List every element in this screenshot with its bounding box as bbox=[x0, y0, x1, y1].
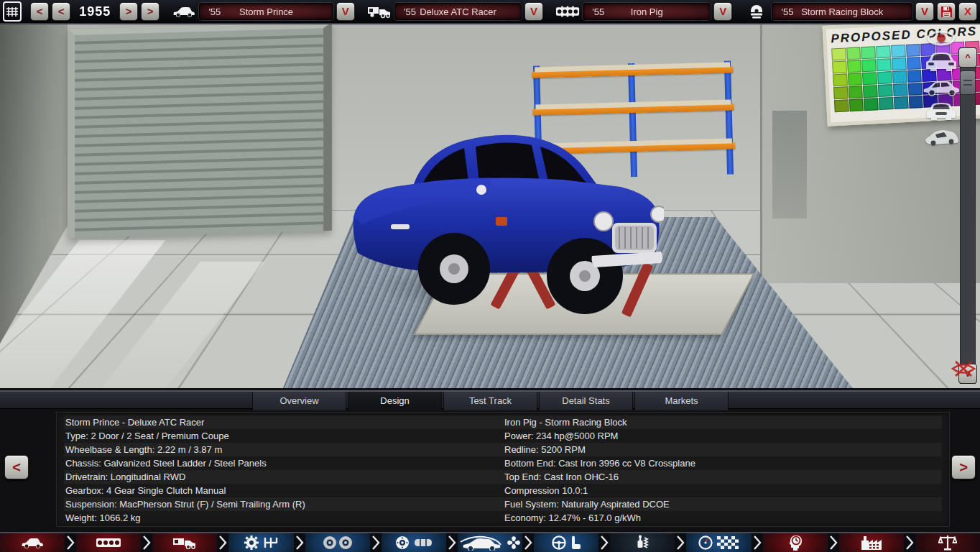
piston-icon bbox=[744, 3, 769, 20]
color-swatch bbox=[891, 45, 906, 58]
toolbar-segment-summary[interactable] bbox=[915, 533, 980, 552]
toolbar-segment-factory[interactable] bbox=[839, 533, 904, 552]
suspension-icon bbox=[636, 535, 649, 551]
trim-dropdown-button[interactable]: V bbox=[524, 2, 543, 21]
panel-prev-button[interactable]: < bbox=[4, 455, 29, 479]
cooling-fan-icon bbox=[507, 535, 521, 550]
trim-summary-row: Type: 2 Door / 2 Seat / Premium Coupe bbox=[64, 429, 503, 443]
summary-scales-icon bbox=[938, 534, 957, 551]
orbit-camera-icon[interactable] bbox=[927, 30, 956, 46]
color-swatch bbox=[907, 70, 922, 83]
close-button[interactable]: X bbox=[958, 2, 977, 21]
tab-test-track[interactable]: Test Track bbox=[443, 392, 537, 410]
shift-pattern-icon bbox=[263, 536, 279, 549]
truck-trim-icon bbox=[172, 535, 197, 550]
panel-next-button[interactable]: > bbox=[951, 455, 976, 479]
wall-shadow bbox=[772, 111, 807, 218]
design-step-toolbar bbox=[0, 532, 980, 552]
color-swatch bbox=[848, 73, 863, 86]
engine-summary-row: Economy: 12.47% - 617.0 g/kWh bbox=[503, 511, 942, 525]
model-dropdown-button[interactable]: V bbox=[336, 2, 355, 21]
truck-icon bbox=[367, 3, 392, 20]
color-swatch bbox=[908, 96, 923, 109]
engine-dropdown-button[interactable]: V bbox=[713, 2, 732, 21]
engine-summary-column: Iron Pig - Storm Racing BlockPower: 234 … bbox=[503, 415, 942, 525]
scroll-up-button[interactable]: ^ bbox=[958, 47, 977, 68]
year-back-fast-button[interactable]: < bbox=[30, 2, 49, 21]
toolbar-segment-aero[interactable] bbox=[458, 533, 522, 552]
car-rear-view-icon[interactable] bbox=[925, 102, 957, 122]
toolbar-segment-demographics[interactable] bbox=[763, 533, 828, 552]
color-swatch bbox=[906, 44, 921, 57]
viewport-scrollbar: ^ v bbox=[958, 47, 977, 384]
toolbar-segment-test-track[interactable] bbox=[686, 533, 751, 552]
trim-dropdown[interactable]: '55 Deluxe ATC Racer bbox=[394, 3, 522, 20]
color-swatch bbox=[878, 84, 893, 97]
brake-pad-icon bbox=[414, 538, 433, 548]
seat-icon bbox=[570, 535, 581, 550]
variant-name: Storm Racing Block bbox=[772, 6, 912, 17]
app-window: < < 1955 > > '55 Storm Prince V '55 Delu… bbox=[0, 0, 980, 552]
color-swatch bbox=[894, 96, 909, 109]
color-swatch bbox=[892, 58, 907, 70]
player-car[interactable] bbox=[348, 109, 664, 325]
trim-summary-row: Wheelbase & Length: 2.22 m / 3.87 m bbox=[64, 443, 503, 456]
tab-overview[interactable]: Overview bbox=[252, 392, 346, 410]
garage-3d-viewport[interactable]: PROPOSED COLORS bbox=[0, 24, 980, 388]
color-swatch bbox=[877, 71, 892, 84]
toolbar-segment-brakes[interactable] bbox=[382, 533, 446, 552]
tab-detail-stats[interactable]: Detail Stats bbox=[539, 392, 633, 410]
toolbar-segment-car-body[interactable] bbox=[0, 533, 65, 552]
year-back-button[interactable]: < bbox=[52, 2, 70, 21]
toolbar-segment-interior[interactable] bbox=[534, 533, 598, 552]
color-swatch bbox=[849, 98, 864, 111]
toolbar-segment-gearbox[interactable] bbox=[228, 533, 293, 552]
variant-dropdown-button[interactable]: V bbox=[915, 2, 934, 21]
toolbar-segment-engine[interactable] bbox=[76, 533, 141, 552]
color-swatch bbox=[862, 72, 877, 85]
car-front-view-icon[interactable] bbox=[925, 52, 958, 73]
scrollbar-track[interactable] bbox=[960, 47, 976, 384]
engine-block-icon bbox=[555, 3, 580, 20]
toolbar-segment-trim[interactable] bbox=[152, 533, 217, 552]
engine-dropdown[interactable]: '55 Iron Pig bbox=[583, 3, 711, 20]
engine-block-icon bbox=[96, 536, 121, 549]
engine-summary-row: Fuel System: Naturally Aspirated DCOE bbox=[503, 497, 942, 511]
hide-ui-eye-icon[interactable] bbox=[951, 359, 976, 378]
car-angle-view-icon[interactable] bbox=[923, 128, 960, 147]
camera-controls bbox=[923, 30, 960, 147]
chevron-separator bbox=[904, 533, 915, 552]
color-swatch bbox=[906, 57, 921, 70]
color-swatch bbox=[861, 59, 877, 72]
chevron-separator bbox=[598, 533, 610, 552]
toolbar-segment-suspension[interactable] bbox=[610, 533, 675, 552]
engine-variant-dropdown[interactable]: '55 Storm Racing Block bbox=[772, 3, 912, 20]
trim-summary-column: Storm Prince - Deluxe ATC RacerType: 2 D… bbox=[64, 415, 503, 525]
model-dropdown[interactable]: '55 Storm Prince bbox=[199, 3, 333, 20]
car-body-icon bbox=[20, 536, 45, 549]
color-swatch bbox=[849, 86, 864, 98]
chevron-separator bbox=[446, 533, 458, 552]
tab-markets[interactable]: Markets bbox=[634, 392, 729, 410]
color-swatch bbox=[833, 86, 849, 99]
color-swatch bbox=[832, 60, 847, 73]
color-swatch bbox=[864, 98, 879, 111]
toolbar-segment-wheels[interactable] bbox=[305, 533, 370, 552]
current-year: 1955 bbox=[73, 4, 116, 19]
engine-summary-row: Compression 10.0:1 bbox=[503, 484, 942, 497]
car-side-view-icon[interactable] bbox=[923, 79, 960, 96]
tab-design[interactable]: Design bbox=[348, 392, 442, 410]
car-icon bbox=[172, 3, 196, 20]
color-swatch bbox=[831, 47, 846, 60]
color-swatch bbox=[892, 70, 907, 83]
color-swatch bbox=[876, 45, 891, 58]
chevron-separator bbox=[294, 533, 305, 552]
car-summary-panel: Storm Prince - Deluxe ATC RacerType: 2 D… bbox=[56, 412, 950, 527]
scrollbar-handle[interactable] bbox=[960, 70, 976, 95]
calendar-button[interactable] bbox=[3, 1, 22, 22]
chevron-separator bbox=[675, 533, 686, 552]
year-forward-fast-button[interactable]: > bbox=[141, 2, 160, 21]
save-button[interactable] bbox=[937, 2, 956, 21]
roller-door bbox=[68, 24, 332, 238]
year-forward-button[interactable]: > bbox=[119, 2, 138, 21]
